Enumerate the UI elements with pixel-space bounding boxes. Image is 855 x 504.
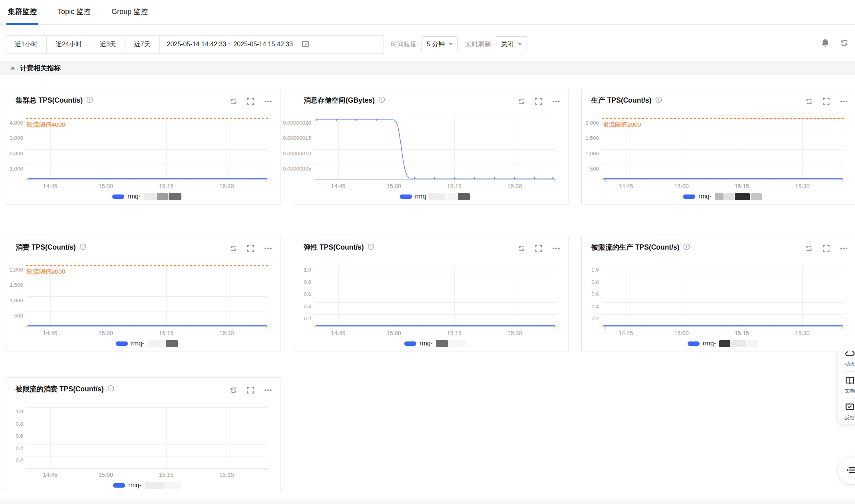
info-icon[interactable] bbox=[368, 243, 374, 252]
refresh-icon[interactable] bbox=[840, 39, 849, 49]
redaction-block bbox=[731, 340, 746, 347]
refresh-icon[interactable] bbox=[230, 98, 237, 107]
data-point bbox=[767, 325, 769, 326]
legend[interactable]: rmq- bbox=[602, 340, 843, 347]
chart-card-6: 被限流的消费 TPS(Count/s) 1.00.80.60.40. bbox=[6, 377, 280, 493]
x-axis-label: 14:45 bbox=[618, 183, 633, 189]
plot-area[interactable]: 1.00.80.60.40.214:4515:0015:1515:30 bbox=[26, 407, 268, 468]
data-point bbox=[787, 178, 789, 179]
more-icon[interactable] bbox=[264, 245, 272, 254]
survey-button[interactable] bbox=[838, 458, 855, 484]
chart-card-2: 生产 TPS(Count/s) 2,0001,5001,000500 bbox=[581, 89, 855, 204]
data-point bbox=[252, 178, 254, 179]
plot-area[interactable]: 1.00.80.60.40.214:4515:0015:1515:30 bbox=[314, 266, 556, 327]
refresh-icon[interactable] bbox=[518, 98, 525, 107]
fullscreen-icon[interactable] bbox=[247, 245, 254, 254]
feedback-icon bbox=[845, 403, 855, 413]
info-icon[interactable] bbox=[86, 96, 93, 105]
refresh-icon[interactable] bbox=[518, 245, 525, 254]
time-toolbar: 近1小时 近24小时 近3天 近7天 2025-05-14 14:42:33 ~… bbox=[6, 35, 527, 54]
date-range-picker[interactable]: 2025-05-14 14:42:33 ~ 2025-05-14 15:42:3… bbox=[160, 36, 384, 53]
plot-area[interactable]: 1.00.80.60.40.214:4515:0015:1515:30 bbox=[602, 266, 843, 327]
data-point bbox=[171, 178, 173, 179]
more-icon[interactable] bbox=[264, 387, 272, 395]
range-1h-button[interactable]: 近1小时 bbox=[6, 36, 47, 53]
info-icon[interactable] bbox=[655, 96, 662, 105]
legend[interactable]: rmq- bbox=[602, 193, 843, 200]
refresh-icon[interactable] bbox=[230, 387, 237, 395]
legend[interactable]: rmq bbox=[314, 193, 556, 200]
info-icon[interactable] bbox=[683, 243, 690, 252]
y-axis-label: 1,500 bbox=[551, 135, 599, 141]
range-7d-button[interactable]: 近7天 bbox=[125, 36, 160, 53]
bell-icon[interactable] bbox=[821, 38, 830, 49]
tab-group-monitoring[interactable]: Group 监控 bbox=[111, 0, 148, 25]
tab-cluster-monitoring[interactable]: 集群监控 bbox=[8, 0, 37, 25]
legend-label: rmq- bbox=[131, 340, 144, 347]
legend[interactable]: rmq- bbox=[314, 340, 556, 347]
data-point bbox=[358, 325, 359, 326]
gridline bbox=[602, 149, 843, 150]
legend-swatch bbox=[113, 483, 125, 488]
data-point bbox=[171, 325, 173, 326]
section-billing-metrics[interactable]: 计费相关指标 bbox=[0, 61, 855, 75]
fullscreen-icon[interactable] bbox=[823, 98, 830, 107]
gridline bbox=[26, 281, 268, 281]
more-icon[interactable] bbox=[840, 98, 848, 107]
redaction-block bbox=[449, 340, 465, 347]
redacted-instance-name bbox=[429, 193, 470, 200]
legend[interactable]: rmq- bbox=[26, 482, 268, 489]
tab-topic-monitoring[interactable]: Topic 监控 bbox=[58, 0, 91, 25]
panel-item-label: 动态 bbox=[845, 361, 855, 367]
y-axis-label: 1.0 bbox=[551, 267, 599, 273]
panel-item-label: 反馈 bbox=[845, 415, 855, 421]
fullscreen-icon[interactable] bbox=[535, 98, 542, 107]
plot-area[interactable]: 2,0001,5001,00050014:4515:0015:1515:30限流… bbox=[602, 119, 843, 180]
refresh-icon[interactable] bbox=[805, 245, 813, 254]
fullscreen-icon[interactable] bbox=[247, 98, 254, 107]
range-3d-button[interactable]: 近3天 bbox=[91, 36, 125, 53]
axis-tick bbox=[30, 326, 30, 329]
fullscreen-icon[interactable] bbox=[535, 245, 542, 254]
more-icon[interactable] bbox=[552, 245, 560, 254]
y-axis-label: 500 bbox=[0, 313, 23, 319]
threshold-label: 限流阈值4000 bbox=[27, 121, 65, 129]
legend[interactable]: rmq- bbox=[26, 340, 268, 347]
info-icon[interactable] bbox=[107, 385, 114, 393]
range-24h-button[interactable]: 近24小时 bbox=[47, 36, 91, 53]
panel-item-docs[interactable]: 文档 bbox=[838, 373, 855, 397]
info-icon[interactable] bbox=[80, 243, 86, 252]
x-axis-label: 14:45 bbox=[331, 330, 345, 336]
plot-area[interactable]: 4,0003,0002,0001,00014:4515:0015:1515:30… bbox=[26, 119, 268, 180]
gridline bbox=[602, 165, 843, 165]
redaction-block bbox=[715, 193, 724, 200]
redaction-block bbox=[719, 340, 730, 347]
refresh-icon[interactable] bbox=[230, 245, 237, 254]
gridline bbox=[314, 314, 556, 315]
time-range-group: 近1小时 近24小时 近3天 近7天 2025-05-14 14:42:33 ~… bbox=[6, 35, 384, 54]
data-line bbox=[28, 325, 267, 326]
refresh-icon[interactable] bbox=[805, 98, 813, 107]
more-icon[interactable] bbox=[552, 98, 560, 107]
x-axis-label: 15:15 bbox=[447, 183, 461, 189]
plot-area[interactable]: 0.000000200.000000150.000000100.00000005… bbox=[314, 119, 556, 180]
data-point bbox=[604, 178, 606, 179]
y-axis-label: 0.4 bbox=[0, 445, 23, 451]
legend-label: rmq- bbox=[127, 193, 141, 200]
legend[interactable]: rmq- bbox=[26, 193, 268, 200]
info-icon[interactable] bbox=[378, 96, 385, 105]
more-icon[interactable] bbox=[264, 98, 272, 107]
y-axis-label: 0.6 bbox=[551, 291, 599, 297]
panel-item-feedback[interactable]: 反馈 bbox=[838, 400, 855, 424]
collapse-icon bbox=[10, 66, 15, 69]
gridline bbox=[314, 290, 556, 290]
more-icon[interactable] bbox=[840, 245, 848, 254]
granularity-select[interactable]: 5 分钟 bbox=[422, 36, 458, 52]
gridline bbox=[50, 407, 51, 468]
axis-tick bbox=[318, 326, 318, 329]
fullscreen-icon[interactable] bbox=[247, 387, 254, 395]
plot-area[interactable]: 2,0001,5001,00050014:4515:0015:1515:30限流… bbox=[26, 266, 268, 327]
auto-refresh-select[interactable]: 关闭 bbox=[496, 36, 527, 52]
legend-swatch bbox=[112, 194, 124, 199]
fullscreen-icon[interactable] bbox=[823, 245, 830, 254]
